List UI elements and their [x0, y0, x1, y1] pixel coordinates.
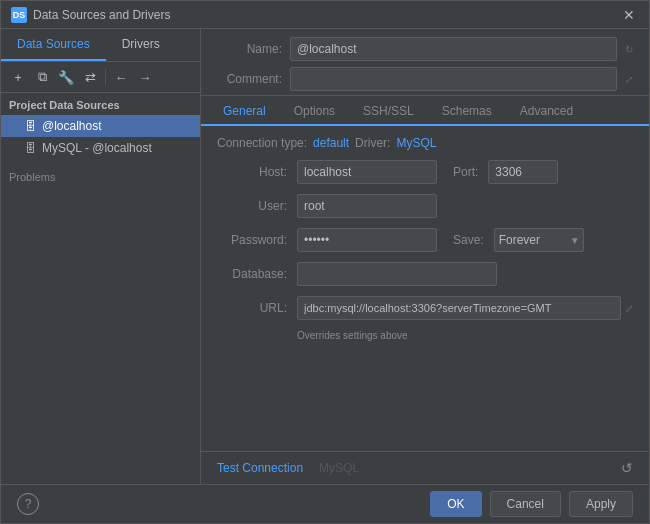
driver-label: Driver: [355, 136, 390, 150]
title-bar: DS Data Sources and Drivers ✕ [1, 1, 649, 29]
save-select-wrapper: Forever Until restart Never ▼ [494, 228, 584, 252]
url-label: URL: [217, 301, 287, 315]
driver-value[interactable]: MySQL [396, 136, 436, 150]
conn-type-value[interactable]: default [313, 136, 349, 150]
close-button[interactable]: ✕ [619, 7, 639, 23]
database-row: Database: [217, 262, 633, 286]
conn-type-label: Connection type: [217, 136, 307, 150]
password-input[interactable] [297, 228, 437, 252]
url-wrapper: ⤢ [297, 296, 633, 320]
url-row: URL: ⤢ [217, 296, 633, 320]
save-select[interactable]: Forever Until restart Never [494, 228, 584, 252]
duplicate-button[interactable]: ⧉ [31, 66, 53, 88]
footer-right: OK Cancel Apply [430, 491, 633, 517]
right-panel: Name: ↻ Comment: ⤢ General Options SSH/S… [201, 29, 649, 484]
bottom-bar: Test Connection MySQL ↺ [201, 451, 649, 484]
help-button[interactable]: ? [17, 493, 39, 515]
db-icon-mysql: 🗄 [25, 142, 36, 154]
tab-datasources[interactable]: Data Sources [1, 29, 106, 61]
host-row: Host: Port: [217, 160, 633, 184]
tree-item-mysql[interactable]: 🗄 MySQL - @localhost [1, 137, 200, 159]
forward-button[interactable]: → [134, 66, 156, 88]
db-icon: 🗄 [25, 120, 36, 132]
mysql-label: MySQL [319, 461, 359, 475]
expand-icon: ⤢ [625, 74, 633, 85]
footer-left: ? [17, 493, 39, 515]
window-title: Data Sources and Drivers [33, 8, 170, 22]
apply-button[interactable]: Apply [569, 491, 633, 517]
comment-row: Comment: ⤢ [217, 67, 633, 91]
dialog-window: DS Data Sources and Drivers ✕ Data Sourc… [0, 0, 650, 524]
url-input[interactable] [297, 296, 621, 320]
main-content: Data Sources Drivers + ⧉ 🔧 ⇄ ← → Project… [1, 29, 649, 484]
password-label: Password: [217, 233, 287, 247]
left-toolbar: + ⧉ 🔧 ⇄ ← → [1, 62, 200, 93]
refresh-button[interactable]: ↺ [621, 460, 633, 476]
tab-options[interactable]: Options [280, 98, 349, 126]
database-label: Database: [217, 267, 287, 281]
user-row: User: [217, 194, 633, 218]
bottom-left: Test Connection MySQL [217, 461, 359, 475]
edit-button[interactable]: 🔧 [55, 66, 77, 88]
move-button[interactable]: ⇄ [79, 66, 101, 88]
tab-schemas[interactable]: Schemas [428, 98, 506, 126]
host-input[interactable] [297, 160, 437, 184]
name-label: Name: [217, 42, 282, 56]
sync-icon: ↻ [625, 44, 633, 55]
comment-input[interactable] [290, 67, 617, 91]
problems-section: Problems [1, 163, 200, 191]
add-button[interactable]: + [7, 66, 29, 88]
back-button[interactable]: ← [110, 66, 132, 88]
top-tabs: Data Sources Drivers [1, 29, 200, 62]
cancel-button[interactable]: Cancel [490, 491, 561, 517]
tab-advanced[interactable]: Advanced [506, 98, 587, 126]
toolbar-separator [105, 69, 106, 85]
name-row: Name: ↻ [217, 37, 633, 61]
database-input[interactable] [297, 262, 497, 286]
tab-drivers[interactable]: Drivers [106, 29, 176, 61]
app-icon: DS [11, 7, 27, 23]
port-label: Port: [453, 165, 478, 179]
dialog-footer: ? OK Cancel Apply [1, 484, 649, 523]
tab-sshssl[interactable]: SSH/SSL [349, 98, 428, 126]
save-label: Save: [453, 233, 484, 247]
form-header: Name: ↻ Comment: ⤢ [201, 29, 649, 96]
host-label: Host: [217, 165, 287, 179]
url-expand-icon: ⤢ [625, 303, 633, 314]
ok-button[interactable]: OK [430, 491, 481, 517]
test-connection-button[interactable]: Test Connection [217, 461, 303, 475]
title-bar-left: DS Data Sources and Drivers [11, 7, 170, 23]
url-note: Overrides settings above [297, 330, 633, 341]
port-input[interactable] [488, 160, 558, 184]
section-header: Project Data Sources [1, 95, 200, 115]
tab-general[interactable]: General [209, 98, 280, 126]
form-body: Connection type: default Driver: MySQL H… [201, 126, 649, 451]
password-row: Password: Save: Forever Until restart Ne… [217, 228, 633, 252]
user-input[interactable] [297, 194, 437, 218]
left-panel: Data Sources Drivers + ⧉ 🔧 ⇄ ← → Project… [1, 29, 201, 484]
tree-item-localhost[interactable]: 🗄 @localhost [1, 115, 200, 137]
content-tabs: General Options SSH/SSL Schemas Advanced [201, 98, 649, 126]
comment-label: Comment: [217, 72, 282, 86]
user-label: User: [217, 199, 287, 213]
name-input[interactable] [290, 37, 617, 61]
conn-type-row: Connection type: default Driver: MySQL [217, 136, 633, 150]
